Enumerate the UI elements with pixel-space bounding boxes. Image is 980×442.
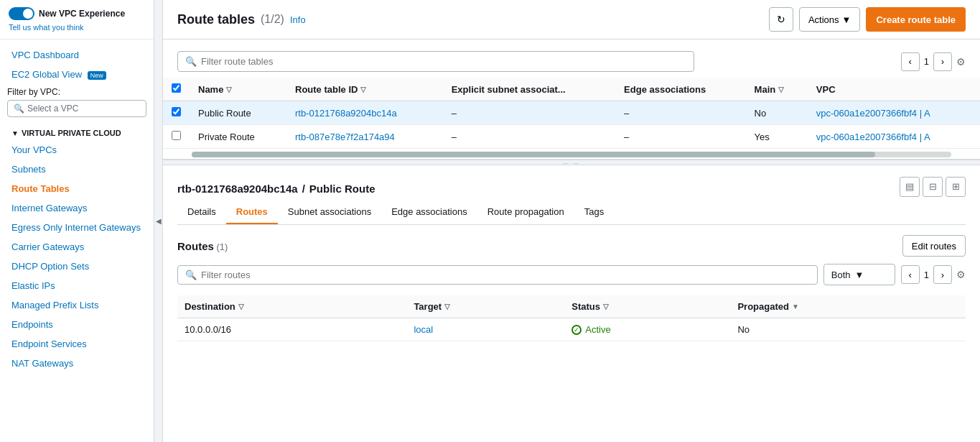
sidebar-collapse-handle[interactable]: ◀ xyxy=(154,0,163,442)
actions-button[interactable]: Actions ▼ xyxy=(799,7,861,32)
refresh-icon: ↻ xyxy=(777,14,785,25)
routes-title: Routes xyxy=(177,240,214,252)
select-all-header[interactable] xyxy=(163,78,190,101)
routes-dropdown-label: Both xyxy=(831,270,851,280)
detail-tabs: Details Routes Subnet associations Edge … xyxy=(177,201,966,225)
refresh-button[interactable]: ↻ xyxy=(769,7,793,32)
col-header-main[interactable]: Main ▽ xyxy=(746,78,808,101)
row-explicit-subnet: – xyxy=(443,101,615,125)
table-row[interactable]: Private Route rtb-087e78e7f2a174a94 – – … xyxy=(163,125,980,149)
row-name: Private Route xyxy=(190,125,286,149)
route-status: ✓ Active xyxy=(564,318,730,341)
detail-resource-id: rtb-0121768a9204bc14a xyxy=(177,183,298,195)
routes-search-input[interactable] xyxy=(201,270,810,280)
tab-routes[interactable]: Routes xyxy=(226,201,278,224)
tab-subnet-associations[interactable]: Subnet associations xyxy=(278,201,381,224)
sidebar-item-carrier-gateways[interactable]: Carrier Gateways xyxy=(0,237,154,257)
info-link[interactable]: Info xyxy=(290,14,306,25)
table-settings-icon[interactable]: ⚙ xyxy=(956,56,966,68)
resize-handle[interactable]: — — xyxy=(163,160,980,165)
route-table-id-link[interactable]: rtb-0121768a9204bc14a xyxy=(295,108,397,119)
routes-search-input-wrap[interactable]: 🔍 xyxy=(177,265,818,285)
search-icon: 🔍 xyxy=(14,103,24,114)
create-route-table-button[interactable]: Create route table xyxy=(866,7,966,32)
tab-tags[interactable]: Tags xyxy=(574,201,614,224)
tab-details[interactable]: Details xyxy=(177,201,226,224)
route-table-id-link[interactable]: rtb-087e78e7f2a174a94 xyxy=(295,132,395,142)
tell-us-link[interactable]: Tell us what you think xyxy=(9,23,145,32)
search-route-tables-input-wrap[interactable]: 🔍 xyxy=(177,51,694,72)
routes-filter-row: 🔍 Both ▼ ‹ 1 › ⚙ xyxy=(177,264,966,285)
detail-resource-name: Public Route xyxy=(309,183,375,195)
sidebar-item-ec2-global[interactable]: EC2 Global View New xyxy=(0,65,154,84)
routes-count: (1) xyxy=(216,241,228,252)
select-all-checkbox[interactable] xyxy=(172,83,181,93)
sidebar-item-your-vpcs[interactable]: Your VPCs xyxy=(0,140,154,160)
sidebar-item-subnets[interactable]: Subnets xyxy=(0,160,154,179)
table-scrollbar[interactable] xyxy=(192,152,951,157)
sidebar-item-dhcp-option-sets[interactable]: DHCP Option Sets xyxy=(0,257,154,276)
routes-settings-icon[interactable]: ⚙ xyxy=(956,269,966,280)
edit-routes-button[interactable]: Edit routes xyxy=(902,235,966,257)
col-target[interactable]: Target ▽ xyxy=(406,295,564,318)
sidebar-item-elastic-ips[interactable]: Elastic IPs xyxy=(0,276,154,295)
section-caret: ▼ xyxy=(11,129,19,137)
search-route-tables-input[interactable] xyxy=(201,56,686,67)
table-pagination: ‹ 1 › ⚙ xyxy=(901,52,966,71)
row-checkbox[interactable] xyxy=(172,107,181,116)
table-row[interactable]: Public Route rtb-0121768a9204bc14a – – N… xyxy=(163,101,980,125)
row-checkbox-cell[interactable] xyxy=(163,125,190,149)
filter-vpc-input[interactable]: 🔍 Select a VPC xyxy=(7,100,146,117)
panel-view-icons: ▤ ⊟ ⊞ xyxy=(900,177,966,197)
main-content: Route tables (1/2) Info ↻ Actions ▼ Crea… xyxy=(163,0,980,442)
name-sort-icon: ▽ xyxy=(226,86,232,93)
page-count: (1/2) xyxy=(261,13,284,26)
route-destination: 10.0.0.0/16 xyxy=(177,318,406,341)
row-main: No xyxy=(746,101,808,125)
page-number: 1 xyxy=(924,56,929,67)
sidebar-item-endpoint-services[interactable]: Endpoint Services xyxy=(0,334,154,354)
panel-view-expand-button[interactable]: ⊞ xyxy=(946,177,966,197)
routes-prev-button[interactable]: ‹ xyxy=(901,265,920,284)
sidebar-item-managed-prefix[interactable]: Managed Prefix Lists xyxy=(0,295,154,315)
new-vpc-toggle[interactable] xyxy=(9,7,34,20)
status-active: ✓ Active xyxy=(571,324,723,335)
table-header-row: Name ▽ Route table ID ▽ xyxy=(163,78,980,101)
panel-view-list-button[interactable]: ▤ xyxy=(900,177,920,197)
status-sort-icon: ▽ xyxy=(603,303,609,310)
sidebar-item-route-tables[interactable]: Route Tables xyxy=(0,179,154,198)
row-vpc: vpc-060a1e2007366fbf4 | A xyxy=(808,125,980,149)
prev-page-button[interactable]: ‹ xyxy=(901,52,920,71)
col-destination[interactable]: Destination ▽ xyxy=(177,295,406,318)
col-status[interactable]: Status ▽ xyxy=(564,295,730,318)
routes-next-button[interactable]: › xyxy=(933,265,952,284)
sidebar-item-nat-gateways[interactable]: NAT Gateways xyxy=(0,354,154,373)
row-checkbox-cell[interactable] xyxy=(163,101,190,125)
col-propagated[interactable]: Propagated ▼ xyxy=(730,295,966,318)
detail-panel: rtb-0121768a9204bc14a / Public Route ▤ ⊟… xyxy=(163,165,980,442)
sidebar-item-internet-gateways[interactable]: Internet Gateways xyxy=(0,198,154,218)
actions-caret-icon: ▼ xyxy=(842,14,851,25)
panel-view-split-button[interactable]: ⊟ xyxy=(923,177,943,197)
destination-sort-icon: ▽ xyxy=(238,303,244,310)
sidebar-item-endpoints[interactable]: Endpoints xyxy=(0,315,154,334)
routes-table-row[interactable]: 10.0.0.0/16 local ✓ Active No xyxy=(177,318,966,341)
sidebar-item-vpc-dashboard[interactable]: VPC Dashboard xyxy=(0,45,154,65)
row-edge-assoc: – xyxy=(615,125,746,149)
col-header-route-table-id[interactable]: Route table ID ▽ xyxy=(286,78,443,101)
tab-edge-associations[interactable]: Edge associations xyxy=(381,201,477,224)
routes-section: Routes (1) Edit routes 🔍 Both ▼ xyxy=(177,225,966,351)
row-vpc: vpc-060a1e2007366fbf4 | A xyxy=(808,101,980,125)
routes-dropdown[interactable]: Both ▼ xyxy=(823,264,895,285)
row-main: Yes xyxy=(746,125,808,149)
next-page-button[interactable]: › xyxy=(933,52,952,71)
propagated-sort-icon: ▼ xyxy=(792,303,799,310)
routes-table: Destination ▽ Target ▽ xyxy=(177,295,966,341)
route-propagated: No xyxy=(730,318,966,341)
sidebar-item-egress-internet[interactable]: Egress Only Internet Gateways xyxy=(0,218,154,237)
tab-route-propagation[interactable]: Route propagation xyxy=(477,201,574,224)
col-header-name[interactable]: Name ▽ xyxy=(190,78,286,101)
routes-page-number: 1 xyxy=(924,270,929,280)
row-checkbox[interactable] xyxy=(172,131,181,140)
sidebar-nav: VPC Dashboard EC2 Global View New Filter… xyxy=(0,40,154,379)
